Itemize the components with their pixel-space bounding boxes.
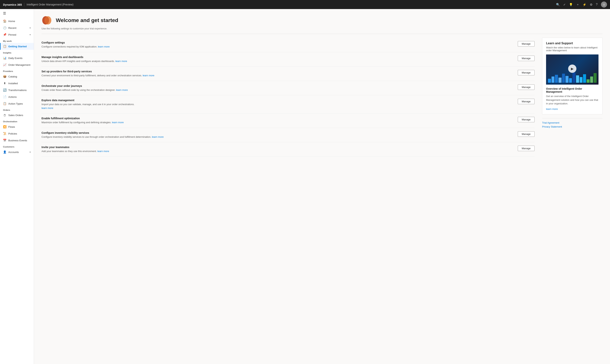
chart-bar (548, 79, 551, 83)
manage-button-0[interactable]: Manage (518, 41, 535, 47)
avatar[interactable]: U (601, 1, 607, 8)
pin-icon: 📌 (3, 33, 6, 36)
sidebar-item-recent[interactable]: 🕐 Recent ▾ (0, 25, 34, 31)
sidebar-item-catalog[interactable]: 📦 Catalog (0, 73, 34, 80)
settings-icon[interactable]: ⚙ (590, 3, 593, 6)
page-subtitle: Use the following settings to customize … (42, 27, 602, 30)
main-layout: ☰ 🏠 Home 🕐 Recent ▾ 📌 Pinned ▾ My work 📋… (0, 9, 610, 364)
learn-more-link-2[interactable]: learn more (143, 74, 154, 77)
sidebar-label-flows: Flows (8, 126, 15, 128)
learn-more-link-7[interactable]: learn more (97, 150, 109, 153)
recent-icon: 🕐 (3, 26, 6, 30)
sidebar-item-transformations[interactable]: 🔄 Transformations (0, 87, 34, 93)
learn-more-link-6[interactable]: learn more (152, 135, 164, 138)
filter-icon[interactable]: ⚡ (583, 3, 586, 6)
installed-icon: ⬇ (3, 82, 6, 85)
sidebar-item-installed[interactable]: ⬇ Installed (0, 80, 34, 87)
sidebar-item-accounts[interactable]: 👤 Accounts ▾ (0, 149, 34, 156)
task-desc: Import your data so you can validate, ma… (42, 103, 515, 110)
manage-button-1[interactable]: Manage (518, 56, 535, 61)
video-thumbnail[interactable]: ▶ (546, 54, 598, 85)
search-icon[interactable]: 🔍 (556, 3, 560, 6)
sidebar-item-pinned[interactable]: 📌 Pinned ▾ (0, 31, 34, 38)
trial-agreement-link[interactable]: Trial Agreement (542, 121, 602, 124)
privacy-statement-link[interactable]: Privacy Statement (542, 125, 602, 128)
video-learn-more-link[interactable]: learn more (546, 108, 558, 110)
task-desc: Connect your environment to third-party … (42, 74, 515, 78)
app-title: Intelligent Order Management (Preview) (27, 3, 73, 6)
sidebar-item-order-management[interactable]: 📈 Order Management (0, 61, 34, 68)
task-info: Manage insights and dashboards Unlock da… (42, 56, 515, 63)
manage-button-4[interactable]: Manage (518, 99, 535, 104)
section-label-orders: Orders (0, 107, 34, 112)
sidebar-item-business-events[interactable]: 📅 Business Events (0, 137, 34, 144)
brand-name: Dynamics 365 (3, 3, 22, 6)
svg-point-2 (42, 16, 49, 25)
support-sidebar: Learn and Support Watch the video below … (542, 38, 602, 128)
task-info: Enable fulfillment optimization Maximize… (42, 117, 515, 124)
manage-button-5[interactable]: Manage (518, 117, 535, 122)
learn-more-link-0[interactable]: learn more (98, 45, 110, 48)
task-row: Invite your teammates Add your teammates… (42, 142, 535, 157)
daily-events-icon: 📊 (3, 56, 6, 60)
chart-bar (590, 77, 593, 83)
chart-bar (562, 74, 565, 83)
manage-button-2[interactable]: Manage (518, 70, 535, 75)
page-logo-icon (42, 15, 52, 26)
manage-button-7[interactable]: Manage (518, 146, 535, 151)
chart-bar (572, 73, 575, 83)
learn-more-link-3[interactable]: learn more (116, 89, 128, 91)
chart-bar (552, 77, 555, 83)
sidebar-label-daily-events: Daily Events (8, 57, 22, 60)
header-divider (42, 34, 602, 34)
sidebar-label-business-events: Business Events (8, 139, 27, 142)
task-title: Orchestrate your order journeys (42, 84, 515, 87)
check-circle-icon[interactable]: ✓ (563, 3, 566, 6)
chart-bar (587, 79, 590, 83)
brand-logo[interactable]: Dynamics 365 (3, 3, 22, 6)
support-title: Learn and Support (546, 42, 598, 45)
sidebar-item-home[interactable]: 🏠 Home (0, 18, 34, 25)
hamburger-menu[interactable]: ☰ (0, 9, 34, 18)
video-chart-bars (548, 71, 596, 83)
business-events-icon: 📅 (3, 139, 6, 142)
section-label-providers: Providers (0, 68, 34, 73)
task-row: Manage insights and dashboards Unlock da… (42, 52, 535, 67)
sidebar-item-policies[interactable]: 📜 Policies (0, 130, 34, 137)
learn-more-link-4[interactable]: learn more (42, 107, 53, 109)
chart-bar (569, 78, 572, 83)
catalog-icon: 📦 (3, 75, 6, 78)
task-row: Explore data management Import your data… (42, 95, 535, 113)
learn-more-link-5[interactable]: learn more (112, 121, 124, 124)
page-title: Welcome and get started (56, 17, 118, 23)
sidebar-item-action-types[interactable]: 📋 Action Types (0, 100, 34, 107)
lightbulb-icon[interactable]: 💡 (569, 3, 573, 6)
help-icon[interactable]: ? (596, 3, 597, 6)
policies-icon: 📜 (3, 132, 6, 135)
sidebar-label-accounts: Accounts (8, 151, 19, 154)
sidebar-item-actions[interactable]: 📄 Actions (0, 93, 34, 100)
sidebar-item-sales-orders[interactable]: 🗒 Sales Orders (0, 112, 34, 118)
manage-button-3[interactable]: Manage (518, 84, 535, 90)
video-play-button[interactable]: ▶ (568, 65, 576, 73)
manage-button-6[interactable]: Manage (518, 131, 535, 137)
add-icon[interactable]: ＋ (576, 3, 579, 7)
task-title: Manage insights and dashboards (42, 56, 515, 59)
action-types-icon: 📋 (3, 102, 6, 105)
main-content: Welcome and get started Use the followin… (34, 9, 610, 364)
sales-orders-icon: 🗒 (3, 114, 6, 117)
sidebar-item-daily-events[interactable]: 📊 Daily Events (0, 55, 34, 61)
tasks-column: Configure settings Configure connections… (42, 38, 535, 157)
chart-bar (594, 73, 596, 83)
page-header: Welcome and get started (42, 15, 602, 26)
sidebar-label-policies: Policies (8, 132, 17, 135)
legal-links: Trial Agreement Privacy Statement (542, 121, 602, 128)
sidebar-item-getting-started[interactable]: 📋 Getting Started (0, 43, 34, 50)
top-navigation: Dynamics 365 Intelligent Order Managemen… (0, 0, 610, 9)
sidebar-item-flows[interactable]: 🔀 Flows (0, 123, 34, 130)
chart-bar (566, 76, 568, 83)
learn-more-link-1[interactable]: learn more (115, 60, 127, 63)
chevron-down-icon: ▾ (30, 27, 31, 29)
sidebar-label-home: Home (8, 20, 15, 23)
task-desc: Configure inventory visibility services … (42, 135, 515, 139)
